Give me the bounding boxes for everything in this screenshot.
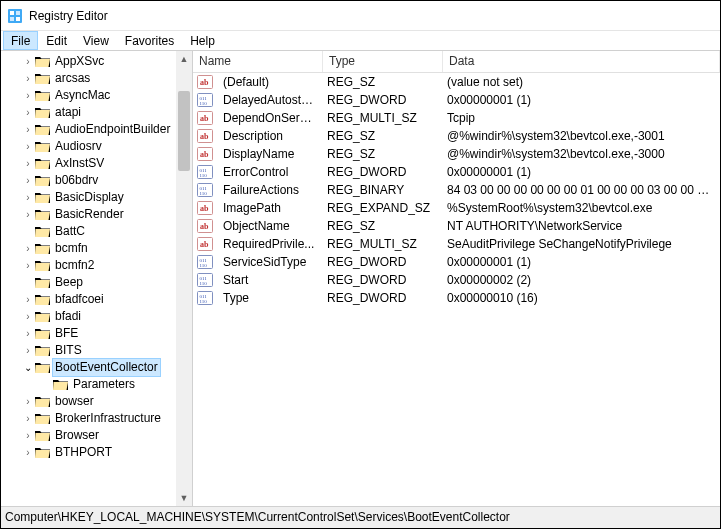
tree-node[interactable]: ›AsyncMac [3, 87, 176, 104]
string-value-icon [197, 128, 213, 144]
value-data: 84 03 00 00 00 00 00 00 01 00 00 00 03 0… [441, 183, 720, 197]
chevron-right-icon[interactable]: › [21, 325, 35, 342]
registry-tree[interactable]: ›AppXSvc›arcsas›AsyncMac›atapi›AudioEndp… [3, 53, 176, 461]
tree-node[interactable]: ›AppXSvc [3, 53, 176, 70]
tree-node[interactable]: BattC [3, 223, 176, 240]
list-row[interactable]: ImagePathREG_EXPAND_SZ%SystemRoot%\syste… [193, 199, 720, 217]
chevron-right-icon[interactable]: › [21, 308, 35, 325]
list-row[interactable]: (Default)REG_SZ(value not set) [193, 73, 720, 91]
list-row[interactable]: FailureActionsREG_BINARY84 03 00 00 00 0… [193, 181, 720, 199]
tree-node[interactable]: Beep [3, 274, 176, 291]
list-row[interactable]: TypeREG_DWORD0x00000010 (16) [193, 289, 720, 307]
tree-node-label: b06bdrv [55, 172, 98, 189]
folder-icon [35, 89, 51, 102]
value-type: REG_SZ [321, 129, 441, 143]
folder-icon [35, 106, 51, 119]
values-list[interactable]: (Default)REG_SZ(value not set)DelayedAut… [193, 73, 720, 307]
tree-node[interactable]: ›BTHPORT [3, 444, 176, 461]
chevron-right-icon[interactable]: › [21, 206, 35, 223]
chevron-right-icon[interactable]: › [21, 410, 35, 427]
value-data: 0x00000001 (1) [441, 165, 720, 179]
folder-icon [35, 344, 51, 357]
tree-node[interactable]: ›AudioEndpointBuilder [3, 121, 176, 138]
menu-edit[interactable]: Edit [38, 31, 75, 50]
value-data: Tcpip [441, 111, 720, 125]
tree-node-label: bfadi [55, 308, 81, 325]
column-header-name[interactable]: Name [193, 51, 323, 72]
tree-node[interactable]: ›atapi [3, 104, 176, 121]
chevron-right-icon[interactable]: › [21, 342, 35, 359]
tree-node[interactable]: ›Browser [3, 427, 176, 444]
list-row[interactable]: ObjectNameREG_SZNT AUTHORITY\NetworkServ… [193, 217, 720, 235]
folder-icon [35, 361, 51, 374]
tree-node-label: bowser [55, 393, 94, 410]
tree-node[interactable]: ›bcmfn2 [3, 257, 176, 274]
folder-icon [35, 123, 51, 136]
chevron-right-icon[interactable]: › [21, 172, 35, 189]
chevron-right-icon[interactable]: › [21, 155, 35, 172]
tree-node[interactable]: ⌄BootEventCollector [3, 359, 176, 376]
tree-node-label: BITS [55, 342, 82, 359]
tree-node[interactable]: ›bcmfn [3, 240, 176, 257]
list-row[interactable]: DisplayNameREG_SZ@%windir%\system32\bevt… [193, 145, 720, 163]
tree-node[interactable]: ›bowser [3, 393, 176, 410]
menu-view[interactable]: View [75, 31, 117, 50]
value-name: DependOnService [217, 111, 321, 125]
tree-node[interactable]: ›bfadfcoei [3, 291, 176, 308]
value-data: @%windir%\system32\bevtcol.exe,-3000 [441, 147, 720, 161]
value-data: 0x00000010 (16) [441, 291, 720, 305]
regedit-app-icon [7, 8, 23, 24]
tree-node[interactable]: ›b06bdrv [3, 172, 176, 189]
chevron-right-icon[interactable]: › [21, 427, 35, 444]
menu-help[interactable]: Help [182, 31, 223, 50]
list-row[interactable]: ServiceSidTypeREG_DWORD0x00000001 (1) [193, 253, 720, 271]
chevron-right-icon[interactable]: › [21, 87, 35, 104]
value-name: (Default) [217, 75, 321, 89]
scrollbar-thumb[interactable] [178, 91, 190, 171]
scroll-down-arrow-icon[interactable]: ▼ [176, 490, 192, 506]
list-row[interactable]: ErrorControlREG_DWORD0x00000001 (1) [193, 163, 720, 181]
tree-node-label: bfadfcoei [55, 291, 104, 308]
tree-node[interactable]: ›AxInstSV [3, 155, 176, 172]
tree-node[interactable]: Parameters [3, 376, 176, 393]
list-row[interactable]: StartREG_DWORD0x00000002 (2) [193, 271, 720, 289]
chevron-right-icon[interactable]: › [21, 121, 35, 138]
tree-scrollbar[interactable]: ▲ ▼ [176, 51, 192, 506]
list-row[interactable]: DescriptionREG_SZ@%windir%\system32\bevt… [193, 127, 720, 145]
chevron-right-icon[interactable]: › [21, 70, 35, 87]
chevron-right-icon[interactable]: › [21, 393, 35, 410]
scroll-up-arrow-icon[interactable]: ▲ [176, 51, 192, 67]
tree-node[interactable]: ›BasicRender [3, 206, 176, 223]
chevron-right-icon[interactable]: › [21, 104, 35, 121]
chevron-right-icon[interactable]: › [21, 291, 35, 308]
list-row[interactable]: DependOnServiceREG_MULTI_SZTcpip [193, 109, 720, 127]
list-row[interactable]: DelayedAutostartREG_DWORD0x00000001 (1) [193, 91, 720, 109]
column-header-type[interactable]: Type [323, 51, 443, 72]
tree-node-label: atapi [55, 104, 81, 121]
tree-node[interactable]: ›bfadi [3, 308, 176, 325]
column-header-data[interactable]: Data [443, 51, 720, 72]
chevron-right-icon[interactable]: › [21, 257, 35, 274]
value-name: ErrorControl [217, 165, 321, 179]
menu-favorites[interactable]: Favorites [117, 31, 182, 50]
tree-node[interactable]: ›arcsas [3, 70, 176, 87]
chevron-right-icon[interactable]: › [21, 240, 35, 257]
chevron-right-icon[interactable]: › [21, 189, 35, 206]
chevron-down-icon[interactable]: ⌄ [21, 359, 35, 376]
value-type: REG_SZ [321, 147, 441, 161]
chevron-right-icon[interactable]: › [21, 444, 35, 461]
tree-node-label: BasicDisplay [55, 189, 124, 206]
tree-node[interactable]: ›Audiosrv [3, 138, 176, 155]
value-data: SeAuditPrivilege SeChangeNotifyPrivilege [441, 237, 720, 251]
menu-file[interactable]: File [3, 31, 38, 50]
tree-node[interactable]: ›BasicDisplay [3, 189, 176, 206]
chevron-right-icon[interactable]: › [21, 53, 35, 70]
list-row[interactable]: RequiredPrivile...REG_MULTI_SZSeAuditPri… [193, 235, 720, 253]
tree-node[interactable]: ›BFE [3, 325, 176, 342]
value-name: DisplayName [217, 147, 321, 161]
chevron-right-icon[interactable]: › [21, 138, 35, 155]
tree-node[interactable]: ›BITS [3, 342, 176, 359]
tree-node[interactable]: ›BrokerInfrastructure [3, 410, 176, 427]
value-type: REG_DWORD [321, 291, 441, 305]
tree-node-label: BootEventCollector [53, 359, 160, 376]
